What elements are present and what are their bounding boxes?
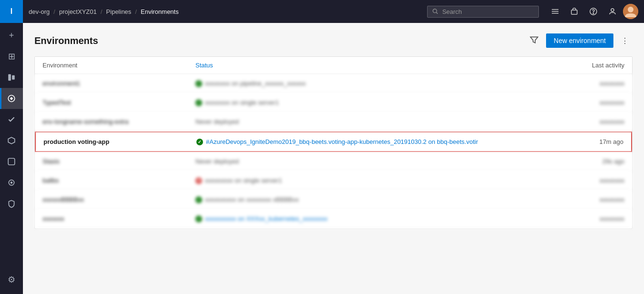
sidebar-item-add[interactable]: + xyxy=(0,25,23,46)
table-row[interactable]: xxxxxxBBBBxx xxxxxxxxxx on xxxxxxxx xBBB… xyxy=(35,190,632,209)
env-activity: 29s ago xyxy=(567,158,624,165)
bag-icon xyxy=(570,8,578,15)
status-text: xxxxxxxx on single server1 xyxy=(205,99,279,106)
testplans-icon xyxy=(7,115,16,124)
env-status: xxxxxxxxx on single server1 xyxy=(195,177,567,184)
status-link[interactable]: xxxxxxxxxx on XXXxx_kubernetes_xxxxxxxx xyxy=(205,215,327,222)
project-name[interactable]: projectXYZ01 xyxy=(59,8,97,15)
status-text: xxxxxxxx on pipeline_xxxxxx_xxxxxx xyxy=(205,80,306,87)
svg-rect-0 xyxy=(8,74,11,81)
filter-button[interactable] xyxy=(526,33,542,49)
table-row[interactable]: environment1 xxxxxxxx on pipeline_xxxxxx… xyxy=(35,74,632,93)
sidebar-bottom: ⚙ xyxy=(0,269,23,294)
env-activity: xxxxxxxx xyxy=(567,177,624,184)
status-text: Never deployed xyxy=(195,118,239,125)
current-page: Environments xyxy=(140,8,178,15)
svg-point-14 xyxy=(593,13,594,14)
sidebar-item-pipelines[interactable] xyxy=(0,88,23,109)
page-header: Environments New environment ⋮ xyxy=(34,33,633,49)
env-activity: xxxxxxxx xyxy=(567,215,624,222)
svg-rect-4 xyxy=(8,158,15,165)
env-status: xxxxxxxxxx on xxxxxxxx xBBBBxx xyxy=(195,196,567,203)
svg-point-17 xyxy=(628,7,633,12)
svg-point-7 xyxy=(433,9,437,13)
env-name: xxxxxxBBBBxx xyxy=(43,196,195,203)
col-header-environment: Environment xyxy=(43,62,195,69)
sidebar-item-testplans[interactable] xyxy=(0,109,23,130)
org-name: dev-org xyxy=(29,8,50,15)
svg-point-15 xyxy=(611,9,614,11)
gear-icon: ⚙ xyxy=(8,274,15,285)
sidebar-logo-label: I xyxy=(11,7,12,16)
status-dot-green xyxy=(195,216,202,222)
env-status: Never deployed xyxy=(195,158,567,165)
bag-icon-button[interactable] xyxy=(566,3,583,20)
table-row[interactable]: TypedTest xxxxxxxx on single server1 xxx… xyxy=(35,93,632,112)
help-icon xyxy=(590,8,597,15)
table-row[interactable]: ballbs xxxxxxxxx on single server1 xxxxx… xyxy=(35,171,632,190)
env-activity: xxxxxxxx xyxy=(567,118,624,125)
sidebar-item-security[interactable] xyxy=(0,193,23,214)
sidebar-logo[interactable]: I xyxy=(0,0,23,23)
more-options-button[interactable]: ⋮ xyxy=(617,33,633,48)
svg-point-6 xyxy=(11,182,13,184)
status-text: Never deployed xyxy=(195,158,239,165)
svg-rect-10 xyxy=(552,11,558,12)
add-icon: + xyxy=(9,31,14,41)
svg-marker-3 xyxy=(8,137,15,144)
shield-icon xyxy=(7,199,16,208)
sidebar-item-artifacts[interactable] xyxy=(0,130,23,151)
status-text: xxxxxxxxx on single server1 xyxy=(205,177,282,184)
table-row[interactable]: xxxxxxx xxxxxxxxxx on XXXxx_kubernetes_x… xyxy=(35,209,632,229)
env-status: xxxxxxxx on single server1 xyxy=(195,99,567,106)
search-box[interactable] xyxy=(427,6,539,18)
pipelines-link[interactable]: Pipelines xyxy=(106,8,131,15)
env-status: xxxxxxxxxx on XXXxx_kubernetes_xxxxxxxx xyxy=(195,215,567,222)
user-icon-button[interactable] xyxy=(604,3,621,20)
avatar-image xyxy=(623,4,638,19)
env-status: xxxxxxxx on pipeline_xxxxxx_xxxxxx xyxy=(195,80,567,87)
env-status: #AzureDevops_IgniteDemo2019_bbq-beets.vo… xyxy=(196,138,566,145)
environments-table: Environment Status Last activity environ… xyxy=(34,56,633,229)
settings-button[interactable]: ⚙ xyxy=(0,269,23,290)
content-area: Environments New environment ⋮ Environme… xyxy=(23,23,644,294)
env-name: xxxxxxx xyxy=(43,215,195,222)
sidebar: I + ⊞ ⚙ xyxy=(0,0,23,294)
sidebar-item-boards[interactable]: ⊞ xyxy=(0,46,23,67)
pipelines-icon xyxy=(7,94,16,103)
env-activity: xxxxxxxx xyxy=(567,196,624,203)
table-row-production-voting-app[interactable]: production voting-app #AzureDevops_Ignit… xyxy=(35,131,632,152)
svg-rect-12 xyxy=(571,10,577,14)
search-input[interactable] xyxy=(442,8,534,15)
svg-rect-11 xyxy=(552,13,558,14)
env-activity: 17m ago xyxy=(566,138,623,145)
avatar[interactable] xyxy=(623,4,638,19)
status-link[interactable]: #AzureDevops_IgniteDemo2019_bbq-beets.vo… xyxy=(206,138,478,145)
env-name: production voting-app xyxy=(43,138,196,145)
page-title: Environments xyxy=(34,35,526,46)
table-row[interactable]: env-longname-something-extra Never deplo… xyxy=(35,112,632,131)
help-icon-button[interactable] xyxy=(585,3,602,20)
env-status: Never deployed xyxy=(195,118,567,125)
search-icon xyxy=(432,8,439,15)
env-activity: xxxxxxxx xyxy=(567,80,624,87)
sidebar-item-extra2[interactable] xyxy=(0,172,23,193)
status-dot-green xyxy=(195,196,202,203)
table-row[interactable]: Stasis Never deployed 29s ago xyxy=(35,152,632,171)
topnav: dev-org / projectXYZ01 / Pipelines / Env… xyxy=(23,0,644,23)
sidebar-item-repos[interactable] xyxy=(0,67,23,88)
more-icon: ⋮ xyxy=(621,37,629,45)
repos-icon xyxy=(7,73,16,82)
extra1-icon xyxy=(7,157,16,166)
sidebar-item-extra1[interactable] xyxy=(0,151,23,172)
svg-rect-1 xyxy=(12,76,15,80)
list-icon-button[interactable] xyxy=(547,3,564,20)
boards-icon: ⊞ xyxy=(8,51,15,62)
env-activity: xxxxxxxx xyxy=(567,99,624,106)
new-environment-button[interactable]: New environment xyxy=(546,33,613,48)
col-header-status[interactable]: Status xyxy=(195,62,567,69)
env-name: environment1 xyxy=(43,80,195,87)
col-header-activity: Last activity xyxy=(567,62,624,69)
breadcrumb-sep2: / xyxy=(100,8,102,15)
env-name: ballbs xyxy=(43,177,195,184)
